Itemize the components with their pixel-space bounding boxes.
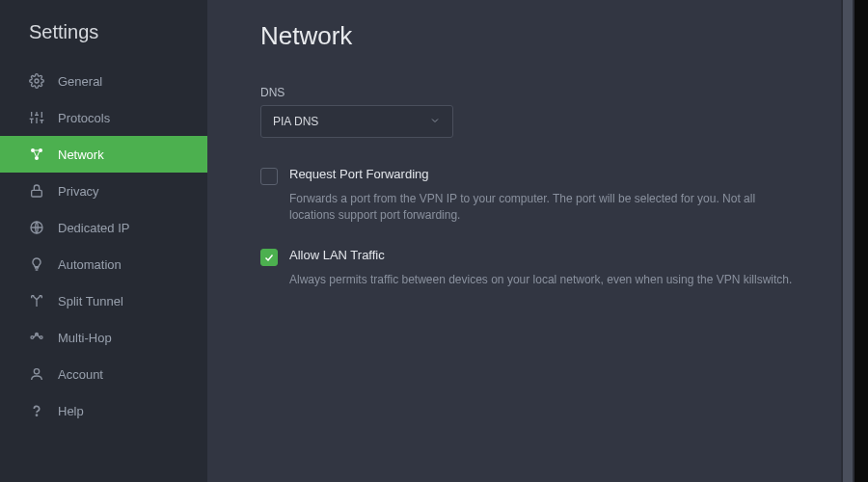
gear-icon: [29, 73, 44, 89]
sidebar-item-network[interactable]: Network: [0, 136, 207, 173]
dns-field-label: DNS: [260, 86, 801, 99]
svg-point-12: [35, 156, 39, 160]
sidebar-title: Settings: [0, 21, 207, 63]
sidebar-item-label: Automation: [58, 257, 122, 272]
sidebar-item-multi-hop[interactable]: Multi-Hop: [0, 319, 207, 356]
dns-select-value: PIA DNS: [273, 115, 318, 128]
sidebar-item-help[interactable]: Help: [0, 392, 207, 429]
sidebar-item-label: Dedicated IP: [58, 221, 129, 235]
sidebar-item-general[interactable]: General: [0, 63, 207, 99]
allow-lan-option: Allow LAN Traffic: [260, 248, 801, 266]
allow-lan-label: Allow LAN Traffic: [289, 248, 385, 262]
port-forwarding-label: Request Port Forwarding: [289, 167, 429, 181]
svg-point-17: [40, 336, 42, 339]
sidebar-item-protocols[interactable]: Protocols: [0, 99, 207, 136]
sidebar-item-account[interactable]: Account: [0, 356, 207, 392]
sidebar-item-label: General: [58, 74, 102, 89]
port-forwarding-description: Forwards a port from the VPN IP to your …: [289, 191, 801, 225]
sidebar-item-automation[interactable]: Automation: [0, 246, 207, 282]
scrollbar-thumb[interactable]: [843, 0, 853, 482]
globe-ip-icon: [29, 220, 44, 235]
sidebar-item-privacy[interactable]: Privacy: [0, 173, 207, 209]
chevron-down-icon: [429, 115, 441, 129]
sidebar-item-label: Privacy: [58, 184, 99, 199]
svg-point-0: [35, 79, 39, 83]
sidebar-nav: General Protocols Network Privacy Dedica…: [0, 63, 207, 429]
sidebar-item-label: Protocols: [58, 111, 110, 125]
sidebar-item-split-tunnel[interactable]: Split Tunnel: [0, 282, 207, 319]
sidebar-item-label: Account: [58, 367, 103, 382]
svg-point-18: [34, 369, 39, 374]
page-title: Network: [260, 21, 801, 51]
svg-rect-13: [32, 190, 42, 197]
sidebar-item-label: Network: [58, 147, 104, 162]
split-icon: [29, 293, 44, 308]
multihop-icon: [29, 330, 44, 345]
sidebar-item-label: Multi-Hop: [58, 331, 112, 345]
window-edge: [854, 0, 868, 482]
user-icon: [29, 366, 44, 382]
lock-icon: [29, 183, 44, 199]
sidebar-item-label: Help: [58, 404, 84, 418]
dns-select[interactable]: PIA DNS: [260, 105, 453, 138]
bulb-icon: [29, 256, 44, 272]
network-icon: [29, 147, 44, 162]
sidebar-item-dedicated-ip[interactable]: Dedicated IP: [0, 209, 207, 246]
svg-point-19: [36, 415, 37, 415]
scrollbar-track[interactable]: [841, 0, 854, 482]
settings-sidebar: Settings General Protocols Network Priva…: [0, 0, 207, 482]
allow-lan-description: Always permits traffic between devices o…: [289, 272, 801, 288]
main-content: Network DNS PIA DNS Request Port Forward…: [207, 0, 854, 482]
svg-point-15: [31, 336, 34, 339]
allow-lan-checkbox[interactable]: [260, 249, 278, 266]
port-forwarding-checkbox[interactable]: [260, 168, 278, 185]
port-forwarding-option: Request Port Forwarding: [260, 167, 801, 185]
question-icon: [29, 403, 44, 418]
sliders-icon: [29, 110, 44, 125]
sidebar-item-label: Split Tunnel: [58, 294, 123, 308]
